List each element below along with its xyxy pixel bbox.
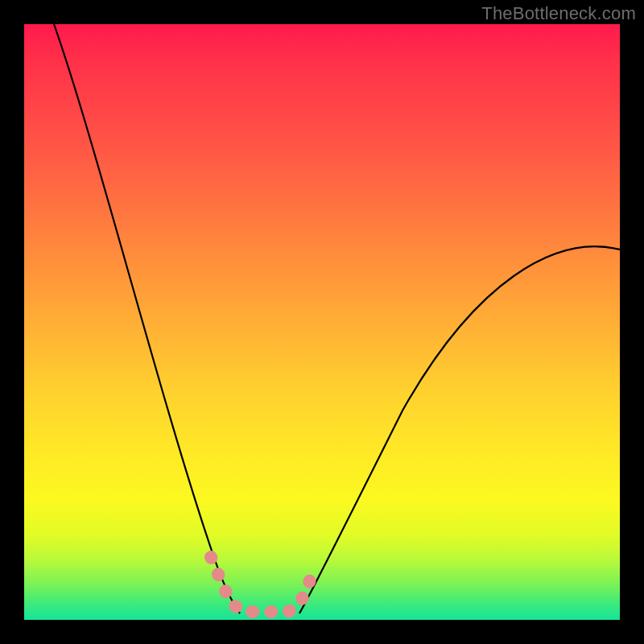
watermark-text: TheBottleneck.com	[481, 3, 636, 24]
curve-overlay	[24, 24, 620, 620]
curve-right	[299, 246, 620, 613]
plot-area	[24, 24, 620, 620]
chart-frame: TheBottleneck.com	[0, 0, 644, 644]
curve-left	[54, 24, 240, 613]
marker-segment	[211, 557, 314, 612]
